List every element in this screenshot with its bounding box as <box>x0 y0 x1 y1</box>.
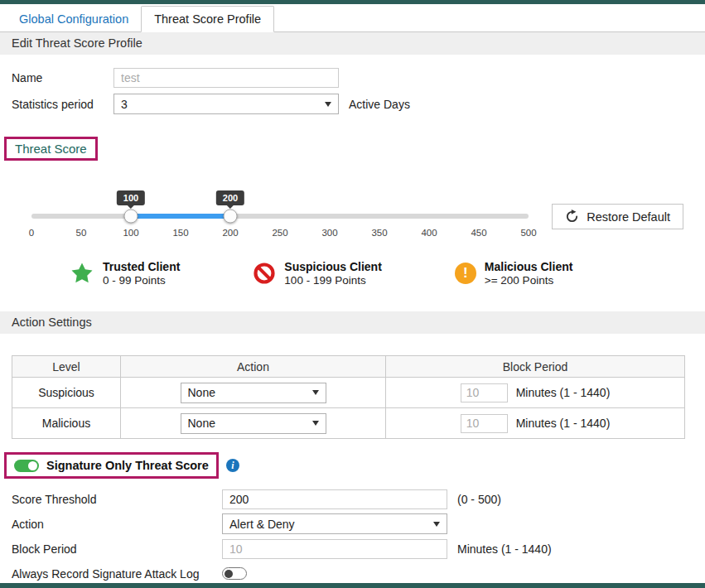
signature-block-period-label: Block Period <box>12 542 222 556</box>
restore-default-label: Restore Default <box>587 210 670 224</box>
warning-icon <box>455 263 476 284</box>
record-signature-attack-log-label: Always Record Signature Attack Log <box>12 567 222 581</box>
signature-toggle-highlight-annotation: Signature Only Threat Score <box>4 452 219 479</box>
statistics-period-row: Statistics period 3 Active Days <box>12 94 693 114</box>
profile-form: Name Statistics period 3 Active Days <box>0 55 705 114</box>
threat-score-profile-page: Global Configuration Threat Score Profil… <box>0 0 705 588</box>
suspicious-action-value: None <box>188 386 215 399</box>
chevron-down-icon <box>433 522 440 527</box>
statistics-period-label: Statistics period <box>12 98 113 111</box>
block-period-cell: Minutes (1 - 1440) <box>386 408 685 439</box>
no-entry-icon <box>253 262 276 285</box>
tick-label: 100 <box>123 228 138 238</box>
signature-action-select[interactable]: Alert & Deny <box>222 513 447 534</box>
legend-item-malicious: Malicious Client >= 200 Points <box>455 260 573 287</box>
legend-trusted-range: 0 - 99 Points <box>103 274 180 287</box>
block-period-suffix: Minutes (1 - 1440) <box>516 386 611 399</box>
score-threshold-row: Score Threshold (0 - 500) <box>12 489 693 509</box>
name-row: Name <box>12 67 693 88</box>
table-row-suspicious: Suspicious None Minutes (1 - 1440) <box>12 378 685 408</box>
info-icon[interactable] <box>226 459 239 472</box>
level-cell: Suspicious <box>12 378 121 408</box>
tab-bar: Global Configuration Threat Score Profil… <box>0 4 705 32</box>
signature-only-threat-score-label: Signature Only Threat Score <box>46 459 209 472</box>
slider-track[interactable]: 100 200 <box>31 214 529 219</box>
level-cell: Malicious <box>12 408 121 439</box>
slider-upper-handle[interactable] <box>224 210 238 224</box>
tick-label: 250 <box>272 228 287 238</box>
slider-tick-labels: 0 50 100 150 200 250 300 350 400 450 500 <box>31 228 529 241</box>
malicious-action-select[interactable]: None <box>181 413 326 434</box>
suspicious-block-period-input[interactable] <box>461 383 508 402</box>
refresh-icon <box>565 210 579 224</box>
tab-threat-score-profile[interactable]: Threat Score Profile <box>141 6 274 32</box>
bottom-accent-bar <box>0 583 705 588</box>
statistics-period-select[interactable]: 3 <box>113 94 339 114</box>
legend-item-trusted: Trusted Client 0 - 99 Points <box>70 260 180 287</box>
signature-block-period-suffix: Minutes (1 - 1440) <box>457 542 552 556</box>
restore-default-button[interactable]: Restore Default <box>552 204 683 229</box>
tick-label: 350 <box>371 228 387 238</box>
tab-global-configuration[interactable]: Global Configuration <box>7 7 141 31</box>
record-signature-attack-log-toggle[interactable] <box>222 567 247 580</box>
star-icon <box>70 261 94 286</box>
legend-item-suspicious: Suspicious Client 100 - 199 Points <box>253 260 381 287</box>
signature-block-period-row: Block Period Minutes (1 - 1440) <box>12 538 693 559</box>
legend-malicious-name: Malicious Client <box>485 260 573 273</box>
tick-label: 400 <box>421 228 437 238</box>
action-settings-table: Level Action Block Period Suspicious Non… <box>12 355 685 439</box>
block-period-cell: Minutes (1 - 1440) <box>386 378 685 408</box>
action-cell: None <box>121 408 386 439</box>
action-cell: None <box>121 378 386 408</box>
score-threshold-suffix: (0 - 500) <box>457 493 501 506</box>
score-threshold-input[interactable] <box>222 489 447 509</box>
signature-only-threat-score-toggle[interactable] <box>14 460 39 472</box>
table-header-row: Level Action Block Period <box>12 356 685 378</box>
legend-suspicious-range: 100 - 199 Points <box>284 274 381 287</box>
threat-score-section-title: Threat Score <box>15 142 87 156</box>
column-header-block-period: Block Period <box>386 356 685 378</box>
threat-score-legend: Trusted Client 0 - 99 Points Suspicious … <box>70 260 705 287</box>
malicious-block-period-input[interactable] <box>461 414 508 433</box>
signature-block-period-input[interactable] <box>222 539 447 559</box>
slider-lower-handle[interactable] <box>124 210 138 224</box>
toggle-knob <box>28 461 37 470</box>
tick-label: 450 <box>471 228 486 238</box>
legend-trusted-name: Trusted Client <box>103 260 180 273</box>
tick-label: 150 <box>172 228 188 238</box>
slider-lower-value-badge: 100 <box>117 190 145 205</box>
legend-malicious-range: >= 200 Points <box>485 274 573 287</box>
record-signature-attack-log-row: Always Record Signature Attack Log <box>12 563 693 584</box>
tick-label: 200 <box>222 228 238 238</box>
chevron-down-icon <box>325 102 331 107</box>
threat-score-slider-zone: 100 200 0 50 100 150 200 250 300 350 400… <box>0 161 705 247</box>
block-period-suffix: Minutes (1 - 1440) <box>516 417 611 430</box>
signature-action-label: Action <box>12 518 222 531</box>
signature-action-value: Alert & Deny <box>229 518 295 531</box>
slider-track-area: 100 200 0 50 100 150 200 250 300 350 400… <box>31 214 529 241</box>
signature-action-row: Action Alert & Deny <box>12 513 693 534</box>
table-row-malicious: Malicious None Minutes (1 - 1440) <box>12 408 685 439</box>
column-header-level: Level <box>12 356 121 378</box>
name-label: Name <box>12 71 113 84</box>
slider-active-range <box>131 214 230 219</box>
page-title: Edit Threat Score Profile <box>0 32 705 55</box>
signature-only-threat-score-row: Signature Only Threat Score <box>4 452 705 479</box>
malicious-action-value: None <box>188 417 215 430</box>
legend-suspicious-name: Suspicious Client <box>284 260 381 273</box>
chevron-down-icon <box>312 390 319 395</box>
threat-score-highlight-annotation: Threat Score <box>4 137 98 161</box>
statistics-period-value: 3 <box>121 98 128 111</box>
tick-label: 0 <box>29 228 34 238</box>
signature-fields: Score Threshold (0 - 500) Action Alert &… <box>12 489 693 584</box>
toggle-knob <box>225 570 233 578</box>
column-header-action: Action <box>121 356 386 378</box>
score-threshold-label: Score Threshold <box>12 493 222 506</box>
statistics-period-suffix: Active Days <box>349 98 410 111</box>
name-input[interactable] <box>113 68 339 88</box>
tick-label: 300 <box>321 228 337 238</box>
tick-label: 50 <box>76 228 87 238</box>
tick-label: 500 <box>520 228 536 238</box>
suspicious-action-select[interactable]: None <box>181 383 326 403</box>
action-settings-section-title: Action Settings <box>0 311 705 334</box>
